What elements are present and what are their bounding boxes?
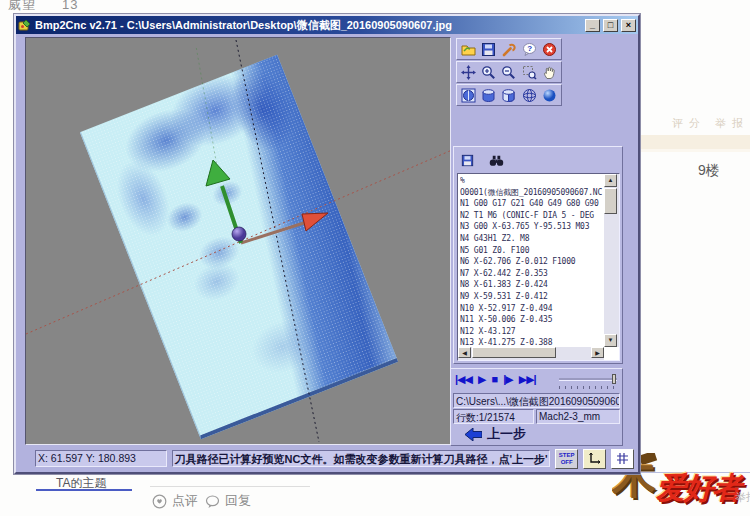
axes-toggle-button[interactable] <box>583 449 606 469</box>
y-axis-arrowhead <box>206 160 230 186</box>
comment-label: 点评 <box>172 492 198 510</box>
view-sphere-box-button[interactable] <box>459 86 478 104</box>
reply-label: 回复 <box>225 492 251 510</box>
zoom-window-button[interactable] <box>520 63 539 81</box>
speed-slider[interactable] <box>559 374 617 386</box>
sphere-in-box-icon <box>461 88 476 103</box>
stop-button[interactable]: ■ <box>491 371 497 387</box>
move-view-button[interactable] <box>459 63 478 81</box>
grid-toggle-button[interactable] <box>611 449 634 469</box>
back-step-button[interactable]: 上一步 <box>465 425 526 443</box>
slider-ticks <box>559 386 617 389</box>
gcode-line: O0001(微信截图_20160905090607.NC <box>460 187 603 199</box>
simulation-controls-panel: |◀◀ ▶ ■ |▶ ▶▶| C:\Users\...\微信截图20160905… <box>450 368 623 446</box>
view-wireframe-button[interactable] <box>520 86 539 104</box>
view-cylinder-button[interactable] <box>479 86 498 104</box>
slider-track <box>559 378 617 381</box>
minimize-button[interactable]: _ <box>585 19 600 32</box>
scroll-right-button[interactable]: ▶ <box>591 347 604 358</box>
step-toggle-line1: STEP <box>559 452 575 459</box>
gcode-line: N1 G00 G17 G21 G40 G49 G80 G90 <box>460 198 603 210</box>
viewport-3d[interactable] <box>25 37 451 445</box>
forum-stat-weiwang: 威望13 <box>8 0 78 14</box>
maximize-button[interactable]: □ <box>603 19 618 32</box>
save-file-button[interactable] <box>479 40 498 58</box>
wireframe-sphere-icon <box>522 88 537 103</box>
horizontal-scroll-thumb[interactable] <box>472 347 556 358</box>
binoculars-icon <box>489 154 504 167</box>
forum-divider-line2 <box>150 486 310 487</box>
render-button[interactable] <box>540 86 559 104</box>
rewind-button[interactable]: |◀◀ <box>455 371 472 387</box>
hand-icon <box>542 65 557 80</box>
reply-bubble-icon <box>205 494 220 509</box>
nc-file-path-field: C:\Users\...\微信截图20160905090607.nc <box>453 393 620 408</box>
reply-button[interactable]: 回复 <box>205 492 251 510</box>
zoom-out-button[interactable] <box>499 63 518 81</box>
report-link-clipped[interactable]: 举报 <box>735 490 750 505</box>
view-half-cylinder-button[interactable] <box>499 86 518 104</box>
gcode-toolbar <box>458 150 506 170</box>
floppy-icon <box>481 42 496 57</box>
gcode-line: N9 X-59.531 Z-0.412 <box>460 291 603 303</box>
zoom-out-icon <box>501 65 516 80</box>
gcode-textarea[interactable]: % O0001(微信截图_20160905090607.NC N1 G00 G1… <box>457 173 620 361</box>
pan-button[interactable] <box>540 63 559 81</box>
axes-overlay <box>26 38 451 445</box>
scroll-left-button[interactable]: ◀ <box>458 347 471 358</box>
status-bar: X: 61.597 Y: 180.893 刀具路径已计算好预览NC文件。如需改变… <box>18 447 636 470</box>
help-bubble-icon: ? <box>522 42 537 57</box>
toolbar-view <box>456 61 562 83</box>
axes-corner-icon <box>588 452 601 465</box>
title-bar[interactable]: Bmp2Cnc v2.71 - C:\Users\Administrator\D… <box>16 16 638 34</box>
save-nc-button[interactable] <box>458 151 477 169</box>
controller-field: Mach2-3_mm <box>536 409 620 424</box>
play-button[interactable]: ▶ <box>478 371 485 387</box>
vertical-scrollbar[interactable]: ▲ ▼ <box>604 174 619 347</box>
wrench-icon <box>501 42 516 57</box>
step-off-toggle[interactable]: STEP OFF <box>555 449 578 469</box>
gcode-panel: % O0001(微信截图_20160905090607.NC N1 G00 G1… <box>453 146 623 364</box>
open-folder-icon <box>461 42 476 57</box>
gcode-line: N3 G00 X-63.765 Y-95.513 M03 <box>460 221 603 233</box>
step-toggle-line2: OFF <box>561 459 573 466</box>
origin-sphere <box>232 227 246 241</box>
scroll-up-button[interactable]: ▲ <box>604 174 617 187</box>
comment-heart-icon <box>152 494 167 509</box>
exit-x-icon <box>542 42 557 57</box>
forum-floor-badge: 9楼 <box>698 162 720 180</box>
floppy-icon <box>461 154 474 167</box>
scroll-down-button[interactable]: ▼ <box>604 334 617 347</box>
gcode-line: N2 T1 M6 (CONIC-F DIA 5 - DEG <box>460 210 603 222</box>
bmp2cnc-window: Bmp2Cnc v2.71 - C:\Users\Administrator\D… <box>14 14 640 474</box>
tab-active-underline <box>36 489 132 491</box>
vertical-scroll-thumb[interactable] <box>604 188 617 214</box>
transport-controls: |◀◀ ▶ ■ |▶ ▶▶| <box>455 371 536 387</box>
gcode-line: N8 X-61.383 Z-0.424 <box>460 279 603 291</box>
x-axis-shaft <box>241 222 307 243</box>
horizontal-scrollbar[interactable]: ◀ ▶ <box>458 347 604 360</box>
close-button[interactable]: × <box>621 19 636 32</box>
find-button[interactable] <box>487 151 506 169</box>
comment-button[interactable]: 点评 <box>152 492 198 510</box>
fast-forward-button[interactable]: ▶▶| <box>519 371 536 387</box>
grid-icon <box>616 452 629 465</box>
exit-button[interactable] <box>540 40 559 58</box>
coordinates-readout: X: 61.597 Y: 180.893 <box>35 450 167 467</box>
gcode-line: N11 X-50.006 Z-0.435 <box>460 314 603 326</box>
gcode-line: N13 X-41.275 Z-0.388 <box>460 337 603 346</box>
window-title: Bmp2Cnc v2.71 - C:\Users\Administrator\D… <box>35 18 582 33</box>
x-axis-arrowhead <box>302 213 328 231</box>
zoom-window-icon <box>522 65 537 80</box>
app-icon <box>18 18 32 32</box>
back-arrow-icon <box>465 428 482 441</box>
step-forward-button[interactable]: |▶ <box>503 371 513 387</box>
zoom-in-button[interactable] <box>479 63 498 81</box>
back-step-label: 上一步 <box>487 425 526 443</box>
tools-button[interactable] <box>499 40 518 58</box>
forum-rate-report-links[interactable]: 评分 举报 <box>672 116 749 131</box>
help-button[interactable]: ? <box>520 40 539 58</box>
slider-thumb[interactable] <box>612 374 616 384</box>
gcode-line: N10 X-52.917 Z-0.494 <box>460 303 603 315</box>
open-file-button[interactable] <box>459 40 478 58</box>
